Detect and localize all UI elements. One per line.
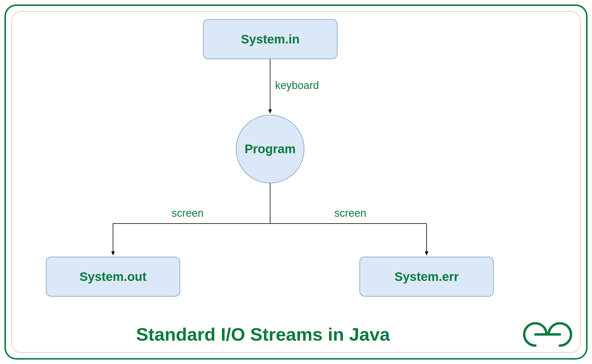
diagram-title: Standard I/O Streams in Java: [136, 324, 390, 345]
node-program: Program: [236, 115, 304, 183]
node-system-out-label: System.out: [80, 270, 146, 284]
node-system-err: System.err: [359, 257, 494, 297]
node-program-label: Program: [245, 142, 296, 156]
edge-label-keyboard: keyboard: [275, 79, 319, 92]
gg-logo-icon: [521, 321, 574, 348]
node-system-in-label: System.in: [241, 32, 299, 46]
edge-label-screen-left: screen: [172, 207, 204, 219]
inner-border: [11, 11, 581, 353]
node-system-out: System.out: [46, 257, 180, 297]
node-system-in: System.in: [203, 19, 338, 59]
edge-label-screen-right: screen: [334, 207, 366, 219]
node-system-err-label: System.err: [394, 270, 459, 284]
